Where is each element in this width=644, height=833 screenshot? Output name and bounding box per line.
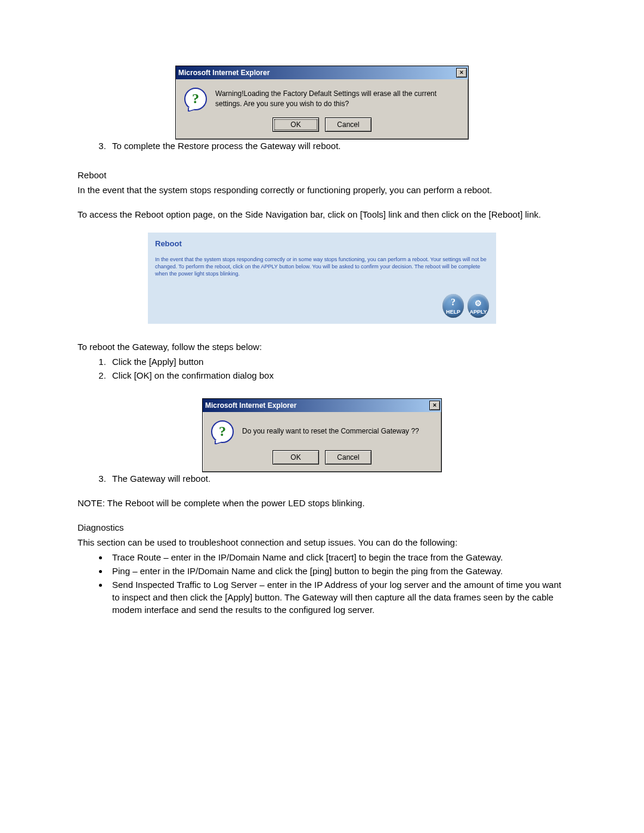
list-item: To complete the Restore process the Gate…	[109, 140, 566, 152]
dialog-titlebar: Microsoft Internet Explorer ×	[176, 66, 468, 79]
list-item: Send Inspected Traffic to Log Server – e…	[109, 578, 566, 616]
help-button[interactable]: ? HELP	[442, 294, 464, 318]
dialog-message: Warning!Loading the Factory Default Sett…	[215, 88, 460, 110]
warning-dialog: Microsoft Internet Explorer × ? Warning!…	[175, 66, 469, 140]
ok-button[interactable]: OK	[273, 450, 319, 465]
section-heading-reboot: Reboot	[78, 169, 566, 181]
confirm-reset-dialog: Microsoft Internet Explorer × ? Do you r…	[202, 398, 442, 472]
reboot-panel: Reboot In the event that the system stop…	[148, 233, 496, 324]
restore-steps: To complete the Restore process the Gate…	[109, 140, 566, 152]
panel-title: Reboot	[155, 239, 489, 249]
question-icon: ?	[451, 296, 456, 309]
panel-body: In the event that the system stops respo…	[155, 256, 489, 277]
list-item: Ping – enter in the IP/Domain Name and c…	[109, 565, 566, 577]
reboot-intro: In the event that the system stops respo…	[78, 184, 566, 196]
question-icon: ?	[184, 88, 207, 110]
close-icon[interactable]: ×	[429, 401, 440, 410]
list-item: The Gateway will reboot.	[109, 472, 566, 485]
dialog-title: Microsoft Internet Explorer	[205, 401, 296, 411]
dialog-title: Microsoft Internet Explorer	[178, 68, 270, 78]
apply-button[interactable]: ⚙ APPLY	[467, 294, 489, 318]
cancel-button[interactable]: Cancel	[325, 450, 371, 465]
ok-button[interactable]: OK	[273, 117, 319, 132]
section-heading-diagnostics: Diagnostics	[78, 521, 566, 534]
reboot-steps-cont: The Gateway will reboot.	[109, 472, 566, 485]
note-text: NOTE: The Reboot will be complete when t…	[78, 497, 566, 509]
list-item: Trace Route – enter in the IP/Domain Nam…	[109, 551, 566, 563]
list-item: Click [OK] on the confirmation dialog bo…	[109, 369, 566, 382]
dialog-titlebar: Microsoft Internet Explorer ×	[203, 399, 441, 412]
diagnostics-list: Trace Route – enter in the IP/Domain Nam…	[109, 551, 566, 616]
cancel-button[interactable]: Cancel	[325, 117, 371, 132]
diagnostics-intro: This section can be used to troubleshoot…	[78, 536, 566, 549]
reboot-steps-lead: To reboot the Gateway, follow the steps …	[78, 340, 566, 353]
close-icon[interactable]: ×	[456, 68, 467, 78]
reboot-steps: Click the [Apply] button Click [OK] on t…	[109, 355, 566, 382]
question-icon: ?	[211, 420, 234, 443]
list-item: Click the [Apply] button	[109, 355, 566, 368]
apply-label: APPLY	[469, 308, 487, 316]
dialog-message: Do you really want to reset the Commerci…	[242, 420, 419, 443]
reboot-access: To access the Reboot option page, on the…	[78, 208, 566, 221]
help-label: HELP	[446, 308, 460, 316]
